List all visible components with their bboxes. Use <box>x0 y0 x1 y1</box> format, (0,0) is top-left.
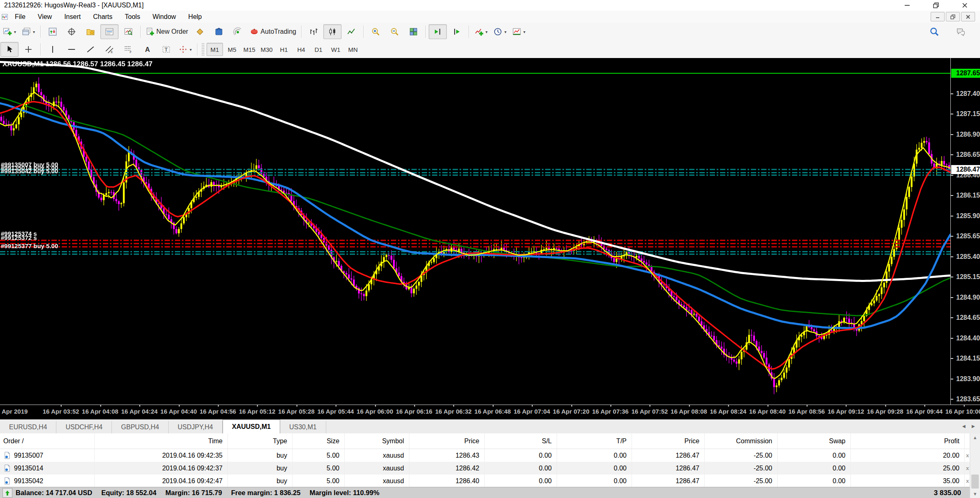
chevron-down-icon[interactable]: ▾ <box>190 47 192 52</box>
trendline-button[interactable] <box>81 42 100 57</box>
column-header-s-l[interactable]: S/L <box>485 433 557 449</box>
signals-button[interactable] <box>229 24 247 39</box>
column-header-price[interactable]: Price <box>409 433 485 449</box>
tab-us30-m1[interactable]: US30,M1 <box>280 421 326 433</box>
bars-button[interactable] <box>304 24 323 39</box>
autotrading-button[interactable]: AutoTrading <box>248 24 298 39</box>
menu-window[interactable]: Window <box>146 13 182 21</box>
svg-text:E: E <box>111 50 113 54</box>
menu-view[interactable]: View <box>32 13 58 21</box>
tile-button[interactable] <box>404 24 423 39</box>
navigator-button[interactable] <box>81 24 100 39</box>
table-scrollbar[interactable]: ▲ ▼ <box>970 433 980 498</box>
data-window-button[interactable] <box>63 24 81 39</box>
chevron-down-icon[interactable]: ▾ <box>485 30 488 34</box>
zoom-out-button[interactable] <box>385 24 404 39</box>
tab-eurusd-h4[interactable]: EURUSD,H4 <box>0 421 56 433</box>
time-axis[interactable]: Apr 201916 Apr 03:5216 Apr 04:0816 Apr 0… <box>0 405 980 419</box>
timeframe-m5[interactable]: M5 <box>224 43 240 56</box>
hline-button[interactable] <box>63 42 81 57</box>
linechart-button[interactable] <box>342 24 360 39</box>
status-margin-level-: Margin level: 110.99% <box>309 489 379 497</box>
scrollbar-thumb[interactable] <box>971 475 979 489</box>
column-header-order[interactable]: Order / <box>0 433 95 449</box>
timeframe-mn[interactable]: MN <box>345 43 361 56</box>
tab-usdchf-h4[interactable]: USDCHF,H4 <box>56 421 112 433</box>
child-minimize-icon[interactable] <box>931 12 945 21</box>
timeframe-h1[interactable]: H1 <box>276 43 292 56</box>
candlestick-chart[interactable] <box>0 58 950 405</box>
column-header-type[interactable]: Type <box>228 433 293 449</box>
new-chart-button[interactable]: ▾ <box>0 24 19 39</box>
column-header-profit[interactable]: Profit <box>851 433 965 449</box>
menu-tools[interactable]: Tools <box>118 13 146 21</box>
timeframe-d1[interactable]: D1 <box>310 43 327 56</box>
menu-file[interactable]: File <box>9 13 32 21</box>
table-row[interactable]: 991350072019.04.16 09:42:35buy5.00xauusd… <box>0 449 980 462</box>
tab-xauusd-m1[interactable]: XAUUSD,M1 <box>223 419 280 433</box>
column-header-t-p[interactable]: T/P <box>557 433 632 449</box>
menu-insert[interactable]: Insert <box>58 13 87 21</box>
arrows-button[interactable]: ▾ <box>176 42 194 57</box>
menu-charts[interactable]: Charts <box>87 13 118 21</box>
timeframe-m30[interactable]: M30 <box>258 43 275 56</box>
child-close-icon[interactable] <box>961 12 975 21</box>
scroll-down-icon[interactable]: ▼ <box>970 490 980 498</box>
tab-usdjpy-h4[interactable]: USDJPY,H4 <box>169 421 223 433</box>
chart-area[interactable]: XAUUSD,M1 1286.56 1286.57 1286.45 1286.4… <box>0 58 980 419</box>
price-axis[interactable]: 1287.401287.151286.901286.651286.401286.… <box>950 58 980 405</box>
price-cell: 1286.47 <box>632 449 705 462</box>
column-header-swap[interactable]: Swap <box>778 433 851 449</box>
label-button[interactable]: T <box>157 42 175 57</box>
timeframe-m15[interactable]: M15 <box>241 43 258 56</box>
crosshair-button[interactable] <box>19 42 37 57</box>
order-line-label: #99135042 buy 5.00 <box>1 168 58 175</box>
chat-icon[interactable] <box>952 24 970 39</box>
zoom-in-button[interactable] <box>367 24 385 39</box>
chevron-down-icon[interactable]: ▾ <box>33 30 35 34</box>
chevron-down-icon[interactable]: ▾ <box>523 30 525 34</box>
new-order-button[interactable]: New Order <box>144 24 190 39</box>
profiles-button[interactable]: ▾ <box>19 24 37 39</box>
channel-button[interactable]: E <box>100 42 118 57</box>
column-header-size[interactable]: Size <box>293 433 345 449</box>
mql5-button[interactable] <box>191 24 209 39</box>
column-header-time[interactable]: Time <box>95 433 228 449</box>
toolbar-grip[interactable] <box>202 43 204 56</box>
autoscroll-button[interactable] <box>429 24 447 39</box>
cursor-button[interactable] <box>0 42 19 57</box>
column-header-commission[interactable]: Commission <box>705 433 778 449</box>
timeframe-h4[interactable]: H4 <box>293 43 309 56</box>
market-watch-button[interactable] <box>44 24 62 39</box>
menu-help[interactable]: Help <box>182 13 208 21</box>
price-tick: 1286.65 <box>951 151 980 159</box>
table-row[interactable]: 991350142019.04.16 09:42:37buy5.00xauusd… <box>0 462 980 475</box>
tab-scroll-left-icon[interactable]: ◄ <box>961 423 966 429</box>
text-button[interactable]: A <box>138 42 156 57</box>
close-icon[interactable] <box>959 1 971 10</box>
tester-button[interactable] <box>119 24 137 39</box>
chevron-down-icon[interactable]: ▾ <box>504 30 506 34</box>
terminal-button[interactable] <box>100 24 118 39</box>
timeframe-m1[interactable]: M1 <box>207 43 223 56</box>
indicators-button[interactable]: ▾ <box>472 24 490 39</box>
scroll-up-icon[interactable]: ▲ <box>970 433 980 442</box>
chevron-down-icon[interactable]: ▾ <box>14 30 16 34</box>
search-icon[interactable] <box>925 24 943 39</box>
candles-button[interactable] <box>323 24 341 39</box>
vline-button[interactable] <box>44 42 62 57</box>
minimize-icon[interactable] <box>901 1 913 10</box>
templates-button[interactable]: ▾ <box>510 24 528 39</box>
fibo-button[interactable]: F <box>119 42 137 57</box>
child-restore-icon[interactable] <box>946 12 960 21</box>
column-header-price[interactable]: Price <box>632 433 705 449</box>
periods-button[interactable]: ▾ <box>491 24 509 39</box>
timeframe-w1[interactable]: W1 <box>327 43 344 56</box>
market-button[interactable] <box>210 24 228 39</box>
tab-gbpusd-h4[interactable]: GBPUSD,H4 <box>112 421 168 433</box>
tab-scroll-right-icon[interactable]: ► <box>971 423 976 429</box>
column-header-symbol[interactable]: Symbol <box>345 433 409 449</box>
shift-button[interactable] <box>448 24 466 39</box>
table-row[interactable]: 991350422019.04.16 09:42:47buy5.00xauusd… <box>0 475 980 487</box>
restore-icon[interactable] <box>930 1 942 10</box>
